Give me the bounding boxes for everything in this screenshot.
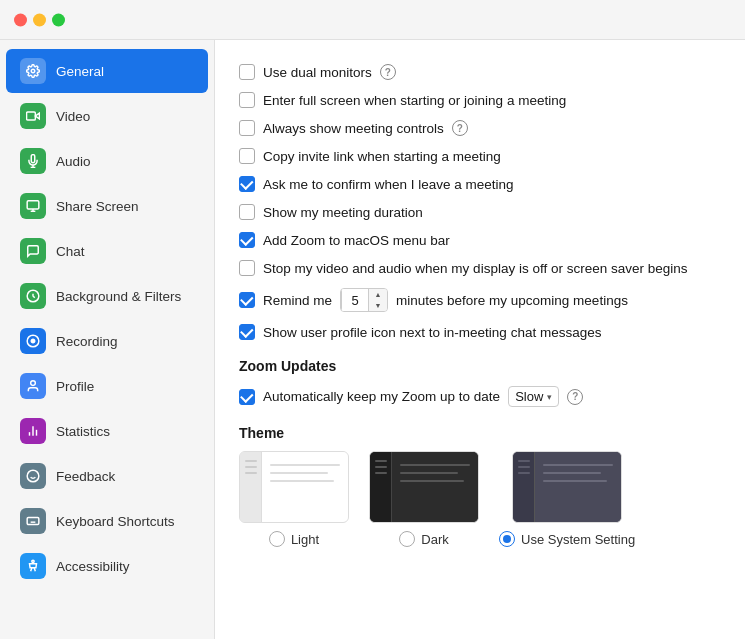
traffic-lights [14, 13, 65, 26]
sidebar-label-feedback: Feedback [56, 469, 115, 484]
label-add-zoom-menu: Add Zoom to macOS menu bar [263, 233, 450, 248]
feedback-icon [20, 463, 46, 489]
sidebar-item-statistics[interactable]: Statistics [6, 409, 208, 453]
sidebar-item-accessibility[interactable]: Accessibility [6, 544, 208, 588]
sidebar-label-background: Background & Filters [56, 289, 181, 304]
sidebar-label-accessibility: Accessibility [56, 559, 130, 574]
sidebar-label-share-screen: Share Screen [56, 199, 139, 214]
label-dual-monitors: Use dual monitors [263, 65, 372, 80]
sidebar-item-video[interactable]: Video [6, 94, 208, 138]
svg-point-10 [31, 339, 35, 343]
label-full-screen: Enter full screen when starting or joini… [263, 93, 566, 108]
background-icon [20, 283, 46, 309]
theme-label-dark: Dark [421, 532, 448, 547]
sidebar: GeneralVideoAudioShare ScreenChatBackgro… [0, 40, 215, 639]
general-icon [20, 58, 46, 84]
checkbox-copy-invite[interactable] [239, 148, 255, 164]
theme-label-row-dark: Dark [399, 531, 448, 547]
dropdown-arrow-icon: ▾ [547, 392, 552, 402]
radio-light[interactable] [269, 531, 285, 547]
video-icon [20, 103, 46, 129]
sidebar-item-keyboard[interactable]: Keyboard Shortcuts [6, 499, 208, 543]
statistics-icon [20, 418, 46, 444]
stepper-arrows: ▲▼ [369, 289, 387, 311]
sidebar-label-chat: Chat [56, 244, 85, 259]
dropdown-value: Slow [515, 389, 543, 404]
sidebar-item-audio[interactable]: Audio [6, 139, 208, 183]
checkbox-user-profile-icon[interactable] [239, 324, 255, 340]
theme-option-dark[interactable]: Dark [369, 451, 479, 547]
help-icon-dual-monitors[interactable]: ? [380, 64, 396, 80]
theme-title: Theme [239, 425, 721, 441]
settings-row-copy-invite: Copy invite link when starting a meeting [239, 142, 721, 170]
theme-option-system[interactable]: Use System Setting [499, 451, 635, 547]
settings-row-dual-monitors: Use dual monitors? [239, 58, 721, 86]
close-button[interactable] [14, 13, 27, 26]
label-confirm-leave: Ask me to confirm when I leave a meeting [263, 177, 514, 192]
maximize-button[interactable] [52, 13, 65, 26]
theme-label-light: Light [291, 532, 319, 547]
checkbox-auto-update[interactable] [239, 389, 255, 405]
sidebar-label-profile: Profile [56, 379, 94, 394]
theme-option-light[interactable]: Light [239, 451, 349, 547]
theme-preview-dark [369, 451, 479, 523]
settings-row-show-controls: Always show meeting controls? [239, 114, 721, 142]
remind-me-stepper[interactable]: 5▲▼ [340, 288, 388, 312]
svg-rect-18 [27, 518, 39, 525]
sidebar-item-general[interactable]: General [6, 49, 208, 93]
sidebar-label-audio: Audio [56, 154, 91, 169]
svg-point-24 [32, 560, 34, 562]
auto-update-help-icon[interactable]: ? [567, 389, 583, 405]
label-show-duration: Show my meeting duration [263, 205, 423, 220]
svg-point-11 [31, 381, 36, 386]
sidebar-item-recording[interactable]: Recording [6, 319, 208, 363]
radio-system[interactable] [499, 531, 515, 547]
auto-update-label: Automatically keep my Zoom up to date [263, 389, 500, 404]
radio-dark[interactable] [399, 531, 415, 547]
checkbox-show-controls[interactable] [239, 120, 255, 136]
svg-rect-2 [27, 112, 36, 120]
svg-point-0 [31, 69, 35, 73]
label-user-profile-icon: Show user profile icon next to in-meetin… [263, 325, 601, 340]
theme-label-system: Use System Setting [521, 532, 635, 547]
sidebar-label-video: Video [56, 109, 90, 124]
settings-row-user-profile-icon: Show user profile icon next to in-meetin… [239, 318, 721, 346]
main-container: GeneralVideoAudioShare ScreenChatBackgro… [0, 40, 745, 639]
checkbox-full-screen[interactable] [239, 92, 255, 108]
sidebar-label-general: General [56, 64, 104, 79]
stepper-up[interactable]: ▲ [369, 289, 387, 300]
help-icon-show-controls[interactable]: ? [452, 120, 468, 136]
remind-label-suffix: minutes before my upcoming meetings [396, 293, 628, 308]
sidebar-item-feedback[interactable]: Feedback [6, 454, 208, 498]
stepper-down[interactable]: ▼ [369, 300, 387, 311]
theme-label-row-light: Light [269, 531, 319, 547]
theme-preview-light [239, 451, 349, 523]
settings-row-stop-video-audio: Stop my video and audio when my display … [239, 254, 721, 282]
sidebar-item-chat[interactable]: Chat [6, 229, 208, 273]
sidebar-label-keyboard: Keyboard Shortcuts [56, 514, 175, 529]
checkbox-remind-me[interactable] [239, 292, 255, 308]
checkbox-stop-video-audio[interactable] [239, 260, 255, 276]
checkbox-dual-monitors[interactable] [239, 64, 255, 80]
label-stop-video-audio: Stop my video and audio when my display … [263, 261, 687, 276]
sidebar-item-profile[interactable]: Profile [6, 364, 208, 408]
profile-icon [20, 373, 46, 399]
svg-point-15 [27, 470, 39, 482]
checkbox-show-duration[interactable] [239, 204, 255, 220]
settings-row-add-zoom-menu: Add Zoom to macOS menu bar [239, 226, 721, 254]
sidebar-item-background[interactable]: Background & Filters [6, 274, 208, 318]
sidebar-label-statistics: Statistics [56, 424, 110, 439]
zoom-updates-row: Automatically keep my Zoom up to dateSlo… [239, 380, 721, 413]
update-speed-dropdown[interactable]: Slow▾ [508, 386, 559, 407]
checkbox-add-zoom-menu[interactable] [239, 232, 255, 248]
checkbox-confirm-leave[interactable] [239, 176, 255, 192]
stepper-value: 5 [341, 289, 369, 311]
theme-preview-system [512, 451, 622, 523]
minimize-button[interactable] [33, 13, 46, 26]
recording-icon [20, 328, 46, 354]
chat-icon [20, 238, 46, 264]
audio-icon [20, 148, 46, 174]
settings-content: Use dual monitors?Enter full screen when… [215, 40, 745, 639]
label-show-controls: Always show meeting controls [263, 121, 444, 136]
sidebar-item-share-screen[interactable]: Share Screen [6, 184, 208, 228]
